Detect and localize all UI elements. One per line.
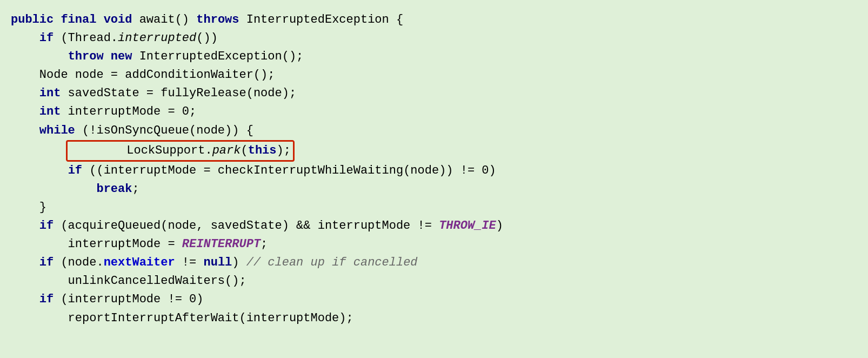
code-segment: (!isOnSyncQueue(node)) { [75,124,253,137]
code-line-line15: unlinkCancelledWaiters(); [11,272,857,290]
code-segment [11,50,68,63]
code-segment [11,182,96,196]
code-segment: reportInterruptAfterWait(interruptMode); [11,311,353,325]
code-segment: InterruptedException { [246,13,403,26]
code-segment: (interruptMode != 0) [54,293,203,306]
code-segment: new [111,50,132,63]
code-segment: interrupted [118,31,196,45]
highlighted-line: LockSupport.park(this); [66,140,295,162]
code-segment [104,50,111,63]
code-line-line6: int interruptMode = 0; [11,103,857,121]
code-line-line11: } [11,198,857,217]
line-indent [11,144,68,157]
code-segment [11,164,68,177]
code-segment: savedState = fullyRelease(node); [61,87,296,100]
code-segment: interruptMode = 0; [61,105,196,118]
code-segment: ) [496,219,503,233]
code-segment: // clean up if cancelled [246,256,418,269]
code-segment: InterruptedException(); [132,50,303,63]
code-segment [11,256,39,269]
code-segment: null [203,256,232,269]
code-segment: if [39,293,54,306]
code-segment [11,105,39,118]
code-segment: THROW_IE [439,219,496,233]
code-segment: park [212,144,241,157]
code-segment [11,31,39,45]
code-segment: unlinkCancelledWaiters(); [11,274,246,288]
code-segment: ((interruptMode = checkInterruptWhileWai… [82,164,496,177]
code-segment: void [104,13,139,26]
code-segment: final [61,13,103,26]
code-segment: (Thread. [54,31,118,45]
code-segment: while [39,124,75,137]
code-segment: throw [68,50,104,63]
code-segment: public [11,13,61,26]
code-segment: LockSupport. [70,144,212,157]
code-line-line3: throw new InterruptedException(); [11,48,857,66]
code-line-line4: Node node = addConditionWaiter(); [11,66,857,84]
code-segment: break [96,182,132,196]
code-segment [11,124,39,137]
code-segment: if [68,164,82,177]
code-segment: ); [277,144,291,157]
code-segment: await() [139,13,197,26]
code-segment: int [39,105,61,118]
code-line-line17: reportInterruptAfterWait(interruptMode); [11,309,857,328]
code-segment: throws [196,13,246,26]
code-line-line16: if (interruptMode != 0) [11,290,857,309]
code-block: public final void await() throws Interru… [11,5,857,333]
code-line-line9: if ((interruptMode = checkInterruptWhile… [11,162,857,180]
code-line-line14: if (node.nextWaiter != null) // clean up… [11,254,857,272]
code-segment [11,293,39,306]
code-segment: int [39,87,61,100]
code-line-line2: if (Thread.interrupted()) [11,29,857,48]
code-segment: ; [261,237,268,251]
code-segment [11,219,39,233]
code-segment: if [39,256,54,269]
code-line-line13: interruptMode = REINTERRUPT; [11,235,857,254]
code-segment: nextWaiter [104,256,175,269]
code-segment: (node. [54,256,103,269]
code-line-line10: break; [11,180,857,198]
code-line-line5: int savedState = fullyRelease(node); [11,84,857,103]
code-segment: interruptMode = [11,237,182,251]
code-segment: ()) [196,31,218,45]
code-segment: != [175,256,204,269]
code-segment: } [11,201,46,214]
code-segment: Node node = addConditionWaiter(); [11,68,275,82]
code-segment: ; [132,182,139,196]
code-line-line7: while (!isOnSyncQueue(node)) { [11,122,857,140]
code-line-line8: LockSupport.park(this); [11,140,857,162]
code-segment: (acquireQueued(node, savedState) && inte… [54,219,439,233]
code-segment: this [248,144,277,157]
code-line-line12: if (acquireQueued(node, savedState) && i… [11,217,857,235]
code-segment [11,87,39,100]
code-segment: ) [232,256,246,269]
code-segment: if [39,31,54,45]
code-segment: ( [241,144,248,157]
code-line-line1: public final void await() throws Interru… [11,11,857,29]
code-segment: REINTERRUPT [182,237,261,251]
code-segment: if [39,219,54,233]
